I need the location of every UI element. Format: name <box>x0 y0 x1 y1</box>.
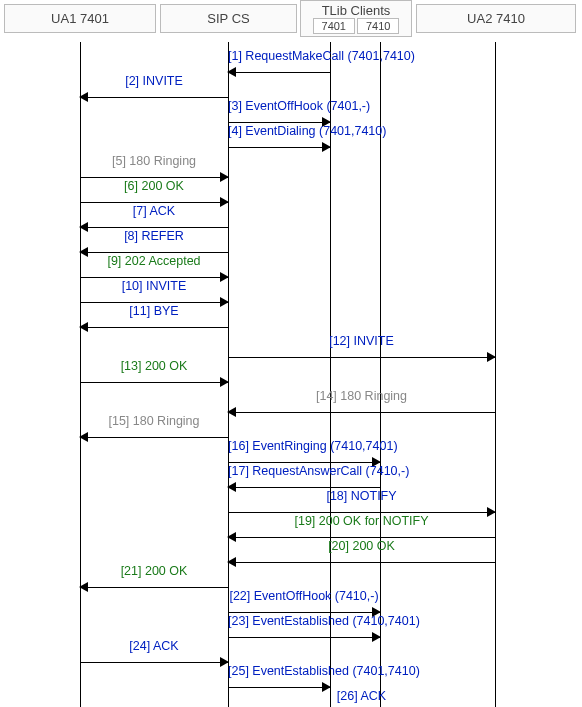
message-line <box>228 512 495 513</box>
arrow-left-icon <box>79 582 88 592</box>
message-line <box>80 437 228 438</box>
message-label: [20] 200 OK <box>228 539 495 553</box>
message-label: [21] 200 OK <box>80 564 228 578</box>
message-row: [23] EventEstablished (7410,7401) <box>228 629 380 645</box>
message-line <box>80 177 228 178</box>
message-row: [24] ACK <box>80 654 228 670</box>
arrow-left-icon <box>227 407 236 417</box>
message-line <box>80 252 228 253</box>
message-line <box>228 637 380 638</box>
message-line <box>228 122 330 123</box>
message-line <box>80 227 228 228</box>
participant-sip: SIP CS <box>160 4 297 33</box>
message-line <box>228 412 495 413</box>
message-label: [18] NOTIFY <box>228 489 495 503</box>
message-row: [15] 180 Ringing <box>80 429 228 445</box>
message-line <box>80 327 228 328</box>
message-line <box>80 382 228 383</box>
message-line <box>80 97 228 98</box>
message-row: [14] 180 Ringing <box>228 404 495 420</box>
arrow-left-icon <box>79 322 88 332</box>
lifeline-ua2 <box>495 42 496 707</box>
message-row: [12] INVITE <box>228 349 495 365</box>
arrow-left-icon <box>79 92 88 102</box>
tlib-sub-7410: 7410 <box>357 18 399 34</box>
participant-tlib: TLib Clients 7401 7410 <box>300 0 412 37</box>
message-label: [12] INVITE <box>228 334 495 348</box>
message-label: [2] INVITE <box>80 74 228 88</box>
participant-label: UA1 7401 <box>51 11 109 26</box>
message-label: [4] EventDialing (7401,7410) <box>228 124 330 138</box>
arrow-right-icon <box>220 377 229 387</box>
message-line <box>228 357 495 358</box>
message-label: [13] 200 OK <box>80 359 228 373</box>
message-row: [2] INVITE <box>80 89 228 105</box>
message-label: [16] EventRinging (7410,7401) <box>228 439 380 453</box>
message-label: [11] BYE <box>80 304 228 318</box>
message-line <box>80 662 228 663</box>
message-label: [1] RequestMakeCall (7401,7410) <box>228 49 330 63</box>
message-row: [11] BYE <box>80 319 228 335</box>
message-line <box>80 302 228 303</box>
arrow-right-icon <box>372 632 381 642</box>
message-line <box>228 72 330 73</box>
message-line <box>228 612 380 613</box>
message-line <box>228 562 495 563</box>
message-line <box>228 537 495 538</box>
arrow-right-icon <box>487 352 496 362</box>
message-label: [24] ACK <box>80 639 228 653</box>
message-row: [20] 200 OK <box>228 554 495 570</box>
message-line <box>228 487 380 488</box>
sequence-diagram: [1] RequestMakeCall (7401,7410)[2] INVIT… <box>0 42 582 707</box>
message-label: [14] 180 Ringing <box>228 389 495 403</box>
message-label: [23] EventEstablished (7410,7401) <box>228 614 380 628</box>
participant-ua2: UA2 7410 <box>416 4 576 33</box>
participant-label: SIP CS <box>207 11 249 26</box>
message-line <box>228 687 330 688</box>
message-label: [22] EventOffHook (7410,-) <box>228 589 380 603</box>
message-label: [17] RequestAnswerCall (7410,-) <box>228 464 380 478</box>
arrow-left-icon <box>227 67 236 77</box>
participants-header: UA1 7401 SIP CS TLib Clients 7401 7410 U… <box>0 0 582 42</box>
message-label: [5] 180 Ringing <box>80 154 228 168</box>
message-label: [19] 200 OK for NOTIFY <box>228 514 495 528</box>
message-row: [21] 200 OK <box>80 579 228 595</box>
arrow-right-icon <box>322 142 331 152</box>
message-label: [15] 180 Ringing <box>80 414 228 428</box>
message-label: [9] 202 Accepted <box>80 254 228 268</box>
message-line <box>80 277 228 278</box>
participant-ua1: UA1 7401 <box>4 4 156 33</box>
message-label: [8] REFER <box>80 229 228 243</box>
arrow-left-icon <box>227 557 236 567</box>
message-label: [26] ACK <box>228 689 495 703</box>
message-line <box>228 462 380 463</box>
participant-label: TLib Clients <box>301 1 411 18</box>
participant-label: UA2 7410 <box>467 11 525 26</box>
message-label: [7] ACK <box>80 204 228 218</box>
message-label: [10] INVITE <box>80 279 228 293</box>
message-line <box>80 587 228 588</box>
tlib-sub-7401: 7401 <box>313 18 355 34</box>
message-row: [1] RequestMakeCall (7401,7410) <box>228 64 330 80</box>
arrow-left-icon <box>79 432 88 442</box>
message-row: [13] 200 OK <box>80 374 228 390</box>
message-label: [3] EventOffHook (7401,-) <box>228 99 330 113</box>
message-label: [25] EventEstablished (7401,7410) <box>228 664 330 678</box>
message-line <box>80 202 228 203</box>
message-label: [6] 200 OK <box>80 179 228 193</box>
message-line <box>228 147 330 148</box>
message-row: [4] EventDialing (7401,7410) <box>228 139 330 155</box>
